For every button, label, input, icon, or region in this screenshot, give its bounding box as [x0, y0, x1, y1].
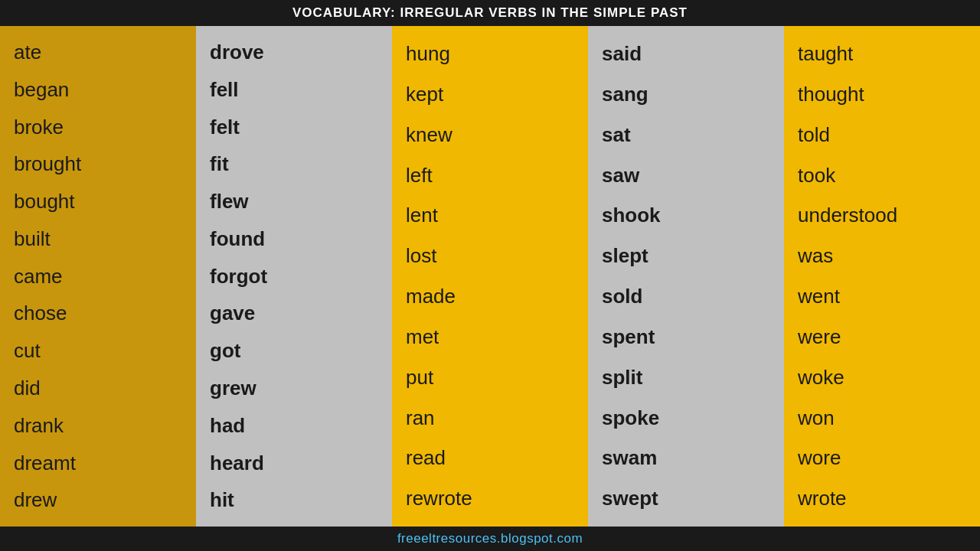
word-item: ran: [406, 406, 574, 431]
word-item: sold: [602, 284, 770, 309]
word-item: drew: [14, 487, 182, 513]
word-item: drove: [210, 40, 378, 65]
word-item: woke: [798, 365, 966, 390]
word-item: spoke: [602, 406, 770, 431]
word-item: began: [14, 77, 182, 103]
main-container: VOCABULARY: IRREGULAR VERBS IN THE SIMPL…: [0, 0, 980, 551]
word-item: got: [210, 338, 378, 364]
word-item: knew: [406, 122, 574, 148]
word-item: swept: [602, 486, 770, 511]
word-item: bought: [14, 189, 182, 214]
word-item: was: [798, 243, 966, 269]
word-item: ate: [14, 40, 182, 65]
word-item: rewrote: [406, 486, 574, 511]
word-item: had: [210, 413, 378, 439]
word-item: flew: [210, 189, 378, 214]
word-item: shook: [602, 203, 770, 228]
word-item: found: [210, 227, 378, 252]
word-item: left: [406, 163, 574, 188]
word-item: thought: [798, 82, 966, 107]
word-item: met: [406, 324, 574, 350]
word-item: told: [798, 122, 966, 148]
word-item: wrote: [798, 486, 966, 511]
word-item: heard: [210, 451, 378, 476]
word-item: said: [602, 41, 770, 67]
word-item: cut: [14, 338, 182, 364]
word-item: saw: [602, 163, 770, 188]
word-item: hung: [406, 41, 574, 67]
word-item: hit: [210, 487, 378, 513]
word-item: put: [406, 365, 574, 390]
word-item: grew: [210, 376, 378, 401]
footer-text: freeeltresources.blogspot.com: [0, 527, 980, 551]
word-item: spent: [602, 324, 770, 350]
word-item: came: [14, 264, 182, 289]
word-item: broke: [14, 115, 182, 140]
word-item: wore: [798, 445, 966, 471]
page-title: VOCABULARY: IRREGULAR VERBS IN THE SIMPL…: [0, 0, 980, 26]
word-item: fell: [210, 77, 378, 103]
word-item: taught: [798, 41, 966, 67]
column-3: hungkeptknewleftlentlostmademetputranrea…: [392, 26, 588, 527]
word-item: forgot: [210, 264, 378, 289]
word-item: brought: [14, 152, 182, 177]
word-item: swam: [602, 445, 770, 471]
column-2: drovefellfeltfitflewfoundforgotgavegotgr…: [196, 26, 392, 527]
word-item: sang: [602, 82, 770, 107]
word-item: made: [406, 284, 574, 309]
column-4: saidsangsatsawshooksleptsoldspentsplitsp…: [588, 26, 784, 527]
word-item: split: [602, 365, 770, 390]
word-item: were: [798, 324, 966, 350]
word-item: kept: [406, 82, 574, 107]
table-area: atebeganbrokebroughtboughtbuiltcamechose…: [0, 26, 980, 527]
word-item: fit: [210, 152, 378, 177]
word-item: drank: [14, 413, 182, 439]
word-item: chose: [14, 301, 182, 326]
word-item: read: [406, 445, 574, 471]
word-item: felt: [210, 115, 378, 140]
word-item: lent: [406, 203, 574, 228]
word-item: built: [14, 227, 182, 252]
word-item: won: [798, 406, 966, 431]
word-item: gave: [210, 301, 378, 326]
word-item: did: [14, 376, 182, 401]
word-item: sat: [602, 122, 770, 148]
column-5: taughtthoughttoldtookunderstoodwaswentwe…: [784, 26, 980, 527]
column-1: atebeganbrokebroughtboughtbuiltcamechose…: [0, 26, 196, 527]
word-item: slept: [602, 243, 770, 269]
word-item: understood: [798, 203, 966, 228]
word-item: went: [798, 284, 966, 309]
word-item: took: [798, 163, 966, 188]
word-item: lost: [406, 243, 574, 269]
word-item: dreamt: [14, 451, 182, 476]
